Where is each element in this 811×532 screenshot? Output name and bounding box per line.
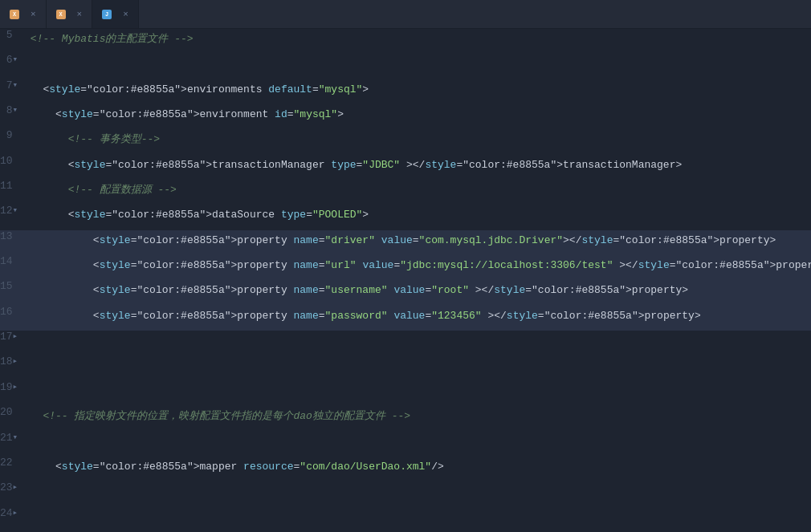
code-line-content — [18, 54, 811, 79]
tab-mybatistest[interactable]: J × — [92, 0, 139, 28]
table-row: 14 <style="color:#e8855a">property name=… — [0, 255, 811, 280]
fold-indicator[interactable]: ▾ — [13, 79, 18, 104]
code-line-content — [18, 507, 811, 532]
table-row: 22 <style="color:#e8855a">mapper resourc… — [0, 457, 811, 481]
table-row: 18▸ — [0, 355, 811, 380]
code-line-content — [18, 432, 811, 457]
fold-indicator — [13, 280, 18, 305]
line-number: 21 — [0, 432, 13, 457]
code-table: 5 <!-- Mybatis的主配置文件 -->6▾ 7▾ <style="co… — [0, 29, 811, 532]
fold-indicator[interactable]: ▸ — [13, 381, 18, 406]
tab-userdao[interactable]: X × — [47, 0, 93, 28]
code-line-content: <!-- Mybatis的主配置文件 --> — [18, 29, 811, 54]
tab-sqlmapconfig[interactable]: X × — [0, 0, 47, 28]
table-row: 10 <style="color:#e8855a">transactionMan… — [0, 155, 811, 180]
code-line-content: <style="color:#e8855a">property name="ur… — [18, 255, 811, 280]
table-row: 8▾ <style="color:#e8855a">environment id… — [0, 104, 811, 129]
tab-close-userdao[interactable]: × — [77, 10, 83, 19]
editor-area: 5 <!-- Mybatis的主配置文件 -->6▾ 7▾ <style="co… — [0, 29, 811, 532]
line-number: 11 — [0, 180, 13, 205]
tab-close-mybatis[interactable]: × — [123, 10, 128, 19]
fold-indicator[interactable]: ▾ — [13, 54, 18, 79]
table-row: 23▸ — [0, 481, 811, 506]
line-number: 14 — [0, 255, 13, 280]
line-number: 12 — [0, 205, 13, 229]
code-line-content: <style="color:#e8855a">property name="pa… — [18, 306, 811, 331]
line-number: 24 — [0, 507, 13, 532]
table-row: 15 <style="color:#e8855a">property name=… — [0, 280, 811, 305]
table-row: 24▸ — [0, 507, 811, 532]
code-line-content: <style="color:#e8855a">transactionManage… — [18, 155, 811, 180]
line-number: 9 — [0, 129, 13, 154]
code-line-content: <style="color:#e8855a">environments defa… — [18, 79, 811, 104]
line-number: 19 — [0, 381, 13, 406]
table-row: 12▾ <style="color:#e8855a">dataSource ty… — [0, 205, 811, 229]
code-line-content: <style="color:#e8855a">property name="dr… — [18, 230, 811, 255]
code-line-content: <!-- 事务类型--> — [18, 129, 811, 154]
line-number: 5 — [0, 29, 13, 54]
code-line-content — [18, 355, 811, 380]
code-line-content: <!-- 配置数据源 --> — [18, 180, 811, 205]
xml-icon-userdao: X — [56, 10, 66, 19]
code-line-content: <!-- 指定映射文件的位置，映射配置文件指的是每个dao独立的配置文件 --> — [18, 406, 811, 431]
table-row: 13 <style="color:#e8855a">property name=… — [0, 230, 811, 255]
code-line-content: <style="color:#e8855a">environment id="m… — [18, 104, 811, 129]
table-row: 5 <!-- Mybatis的主配置文件 --> — [0, 29, 811, 54]
code-line-content: <style="color:#e8855a">property name="us… — [18, 280, 811, 305]
fold-indicator[interactable]: ▸ — [13, 331, 18, 355]
fold-indicator — [13, 29, 18, 54]
xml-icon: X — [10, 10, 19, 19]
line-number: 22 — [0, 457, 13, 481]
fold-indicator[interactable]: ▾ — [13, 432, 18, 457]
fold-indicator — [13, 155, 18, 180]
table-row: 19▸ — [0, 381, 811, 406]
code-line-content — [18, 481, 811, 506]
table-row: 21▾ — [0, 432, 811, 457]
line-number: 10 — [0, 155, 13, 180]
table-row: 11 <!-- 配置数据源 --> — [0, 180, 811, 205]
line-number: 17 — [0, 331, 13, 355]
fold-indicator — [13, 306, 18, 331]
fold-indicator[interactable]: ▸ — [13, 481, 18, 506]
fold-indicator — [13, 406, 18, 431]
fold-indicator — [13, 255, 18, 280]
fold-indicator — [13, 230, 18, 255]
java-icon: J — [102, 10, 112, 19]
line-number: 7 — [0, 79, 13, 104]
line-number: 23 — [0, 481, 13, 506]
fold-indicator[interactable]: ▾ — [13, 104, 18, 129]
code-line-content: <style="color:#e8855a">mapper resource="… — [18, 457, 811, 481]
table-row: 20 <!-- 指定映射文件的位置，映射配置文件指的是每个dao独立的配置文件 … — [0, 406, 811, 431]
line-number: 13 — [0, 230, 13, 255]
tab-bar: X × X × J × — [0, 0, 811, 29]
code-line-content — [18, 331, 811, 355]
line-number: 16 — [0, 306, 13, 331]
table-row: 6▾ — [0, 54, 811, 79]
tab-close-sqlmap[interactable]: × — [31, 10, 36, 19]
line-number: 15 — [0, 280, 13, 305]
line-number: 20 — [0, 406, 13, 431]
line-number: 18 — [0, 355, 13, 380]
code-line-content — [18, 381, 811, 406]
table-row: 16 <style="color:#e8855a">property name=… — [0, 306, 811, 331]
fold-indicator — [13, 180, 18, 205]
fold-indicator — [13, 129, 18, 154]
line-number: 8 — [0, 104, 13, 129]
fold-indicator[interactable]: ▸ — [13, 507, 18, 532]
code-line-content: <style="color:#e8855a">dataSource type="… — [18, 205, 811, 229]
line-number: 6 — [0, 54, 13, 79]
table-row: 7▾ <style="color:#e8855a">environments d… — [0, 79, 811, 104]
fold-indicator[interactable]: ▸ — [13, 355, 18, 380]
table-row: 9 <!-- 事务类型--> — [0, 129, 811, 154]
fold-indicator[interactable]: ▾ — [13, 205, 18, 229]
table-row: 17▸ — [0, 331, 811, 355]
fold-indicator — [13, 457, 18, 481]
